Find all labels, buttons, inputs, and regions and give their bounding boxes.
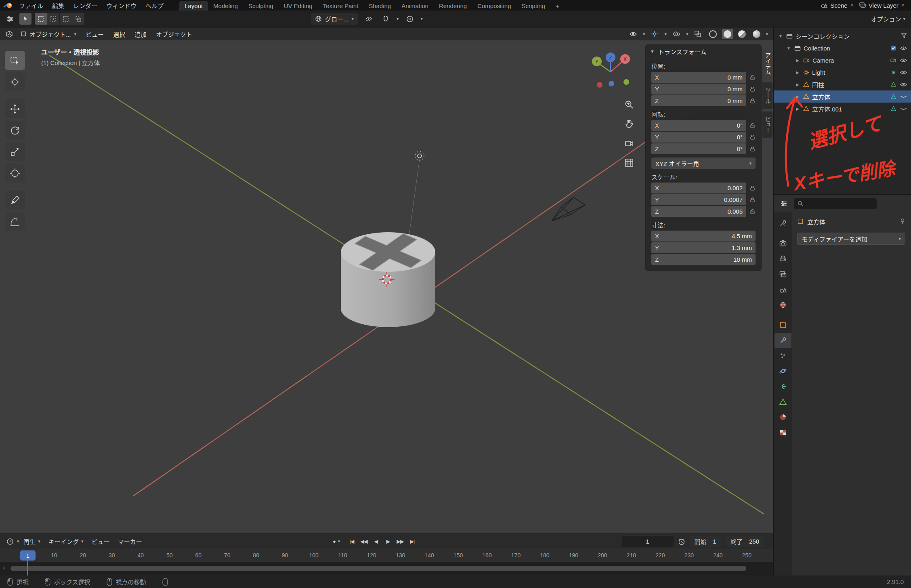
scene-name[interactable]: Scene bbox=[830, 2, 848, 9]
outliner-row-scene-collection[interactable]: ▼ シーンコレクション bbox=[774, 30, 911, 42]
frame-end-field[interactable]: 終了250 bbox=[726, 536, 764, 547]
timeline-ruler[interactable]: 1020304050607080901001101201301401501601… bbox=[0, 549, 773, 562]
sidebar-tab-item[interactable]: アイテム bbox=[762, 48, 772, 80]
jump-to-start-button[interactable]: |◀ bbox=[346, 536, 357, 547]
properties-editor-type-icon[interactable] bbox=[778, 198, 790, 210]
location-z-field[interactable]: Z0 mm bbox=[651, 95, 746, 106]
gizmo-neg-y[interactable] bbox=[623, 79, 629, 85]
gizmo-z-label[interactable]: Z bbox=[609, 55, 612, 61]
eye-open-icon[interactable] bbox=[900, 82, 907, 87]
material-tab-icon[interactable] bbox=[775, 410, 791, 425]
orthographic-toggle-icon[interactable] bbox=[622, 156, 636, 170]
transform-panel-header[interactable]: ▼ トランスフォーム bbox=[646, 45, 761, 58]
blender-logo-icon[interactable] bbox=[3, 2, 13, 9]
lock-icon[interactable] bbox=[749, 122, 756, 128]
scene-unlink-icon[interactable]: × bbox=[850, 2, 854, 8]
scene-selector[interactable]: Scene × bbox=[821, 2, 854, 9]
location-y-field[interactable]: Y0 mm bbox=[651, 84, 746, 94]
viewport-menu-add[interactable]: 追加 bbox=[130, 30, 151, 38]
viewport-menu-view[interactable]: ビュー bbox=[82, 30, 108, 38]
editor-type-icon[interactable] bbox=[4, 13, 16, 25]
menu-file[interactable]: ファイル bbox=[15, 0, 48, 10]
tab-uv-editing[interactable]: UV Editing bbox=[279, 1, 318, 10]
rotate-tool[interactable] bbox=[5, 121, 25, 140]
move-tool[interactable] bbox=[5, 99, 25, 118]
select-mode-intersect-icon[interactable] bbox=[72, 13, 84, 25]
view-layer-name[interactable]: View Layer bbox=[869, 2, 898, 9]
shading-solid-icon[interactable] bbox=[722, 29, 733, 39]
lock-icon[interactable] bbox=[749, 74, 756, 80]
auto-keyframe-record-button[interactable]: ●▾ bbox=[333, 538, 340, 544]
tab-sculpting[interactable]: Sculpting bbox=[243, 1, 279, 10]
cursor-tool[interactable] bbox=[5, 72, 25, 91]
location-x-field[interactable]: X0 mm bbox=[651, 72, 746, 83]
eye-open-icon[interactable] bbox=[900, 58, 907, 63]
object-visibility-icon[interactable] bbox=[627, 28, 639, 40]
expand-arrow-icon[interactable]: › bbox=[3, 564, 5, 571]
disclosure-icon[interactable]: ▼ bbox=[778, 34, 783, 38]
rotation-z-field[interactable]: Z0° bbox=[651, 143, 746, 154]
eye-closed-icon[interactable] bbox=[900, 94, 907, 99]
collection-checkbox[interactable] bbox=[890, 45, 896, 51]
disclosure-icon[interactable]: ▶ bbox=[795, 94, 800, 99]
playback-menu[interactable]: 再生▾ bbox=[20, 537, 44, 546]
proportional-edit-icon[interactable] bbox=[404, 13, 416, 25]
camera-view-icon[interactable] bbox=[622, 136, 636, 150]
transform-tool[interactable] bbox=[5, 164, 25, 183]
mode-dropdown[interactable]: オブジェクト... ▾ bbox=[17, 29, 80, 39]
visibility-dropdown-caret[interactable]: ▾ bbox=[643, 32, 645, 36]
gizmo-neg-x[interactable] bbox=[597, 82, 602, 88]
modifier-tab-icon[interactable] bbox=[775, 333, 791, 348]
dimensions-y-field[interactable]: Y1.3 mm bbox=[651, 242, 756, 253]
properties-search[interactable] bbox=[794, 198, 877, 209]
use-preview-range-icon[interactable] bbox=[678, 538, 685, 545]
viewport-menu-object[interactable]: オブジェクト bbox=[152, 30, 196, 38]
scale-z-field[interactable]: Z0.005 bbox=[651, 206, 746, 217]
mesh-data-icon[interactable] bbox=[891, 106, 896, 111]
light-data-icon[interactable] bbox=[891, 70, 896, 75]
lock-icon[interactable] bbox=[749, 197, 756, 203]
tab-modeling[interactable]: Modeling bbox=[208, 1, 243, 10]
playhead-marker[interactable]: 1 bbox=[20, 550, 36, 561]
lock-icon[interactable] bbox=[749, 146, 756, 152]
select-mode-subtract-icon[interactable] bbox=[60, 13, 72, 25]
horizontal-scrollbar[interactable] bbox=[10, 566, 746, 571]
camera-object[interactable] bbox=[552, 197, 585, 221]
overlays-icon[interactable] bbox=[670, 28, 682, 40]
select-mode-extend-icon[interactable] bbox=[47, 13, 59, 25]
output-tab-icon[interactable] bbox=[775, 251, 791, 267]
search-input[interactable] bbox=[794, 198, 877, 209]
particles-tab-icon[interactable] bbox=[775, 348, 791, 363]
next-keyframe-button[interactable]: ▶▶ bbox=[394, 536, 406, 547]
mesh-data-icon[interactable] bbox=[891, 94, 896, 99]
sidebar-tab-tool[interactable]: ツール bbox=[762, 82, 772, 109]
gizmo-x-label[interactable]: X bbox=[623, 57, 627, 62]
object-tab-icon[interactable] bbox=[775, 317, 791, 333]
viewport-editor-type-icon[interactable] bbox=[3, 28, 15, 40]
tab-shading[interactable]: Shading bbox=[363, 1, 396, 10]
viewport-menu-select[interactable]: 選択 bbox=[109, 30, 129, 38]
shading-rendered-icon[interactable] bbox=[751, 29, 762, 39]
timeline-view-menu[interactable]: ビュー bbox=[88, 537, 113, 546]
shading-dropdown-caret[interactable]: ▾ bbox=[766, 32, 768, 36]
magnet-snap-icon[interactable] bbox=[380, 13, 392, 25]
active-tool-cursor-icon[interactable] bbox=[19, 13, 31, 25]
light-object[interactable] bbox=[415, 151, 424, 160]
object-name[interactable]: 立方体 bbox=[807, 217, 825, 226]
scene-tab-icon[interactable] bbox=[775, 282, 791, 297]
sidebar-tab-view[interactable]: ビュー bbox=[762, 111, 772, 138]
xray-toggle-icon[interactable] bbox=[692, 28, 704, 40]
scale-x-field[interactable]: X0.002 bbox=[651, 183, 746, 193]
disclosure-icon[interactable]: ▶ bbox=[795, 107, 800, 111]
overlays-dropdown-caret[interactable]: ▾ bbox=[686, 32, 688, 36]
add-modifier-button[interactable]: モディファイアーを追加 ▾ bbox=[797, 233, 905, 245]
frame-start-field[interactable]: 開始1 bbox=[690, 536, 721, 547]
gizmo-neg-z[interactable] bbox=[609, 81, 614, 86]
play-button[interactable]: ▶ bbox=[382, 536, 394, 547]
eye-closed-icon[interactable] bbox=[900, 107, 907, 111]
lock-icon[interactable] bbox=[749, 208, 756, 214]
menu-render[interactable]: レンダー bbox=[69, 0, 102, 10]
chevron-down-icon[interactable]: ▾ bbox=[17, 539, 19, 544]
current-frame-field[interactable]: 1 bbox=[622, 536, 674, 547]
constraints-tab-icon[interactable] bbox=[775, 379, 791, 394]
